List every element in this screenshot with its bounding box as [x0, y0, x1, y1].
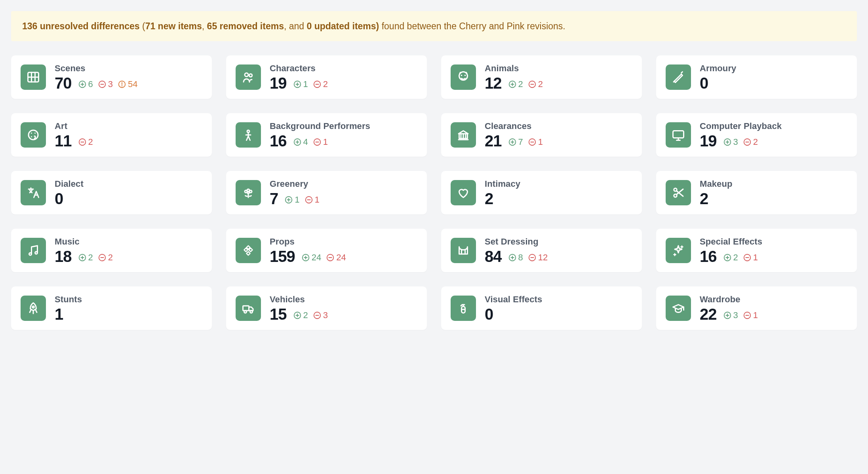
removed-count: 3: [313, 310, 328, 320]
category-title: Stunts: [55, 294, 202, 305]
category-count: 15: [270, 306, 287, 322]
category-card-art[interactable]: Art112: [11, 113, 212, 157]
truck-icon: [236, 296, 261, 321]
category-count: 21: [485, 133, 502, 149]
svg-point-7: [122, 86, 122, 86]
removed-count: 1: [743, 252, 758, 263]
category-title: Wardrobe: [700, 294, 847, 305]
music-icon: [21, 238, 46, 263]
category-title: Scenes: [55, 63, 202, 74]
category-title: Background Performers: [270, 121, 417, 131]
removed-count: 3: [98, 79, 113, 89]
removed-count: 1: [743, 310, 758, 320]
category-count: 12: [485, 75, 502, 91]
category-title: Set Dressing: [485, 237, 632, 247]
added-count: 1: [284, 195, 299, 205]
category-card-computer[interactable]: Computer Playback1932: [656, 113, 857, 157]
category-title: Computer Playback: [700, 121, 847, 131]
removed-count: 2: [743, 137, 758, 147]
category-card-animals[interactable]: Animals1222: [441, 55, 642, 99]
monitor-icon: [666, 122, 691, 148]
diff-banner: 136 unresolved differences (71 new items…: [11, 11, 857, 41]
flower-icon: [236, 180, 261, 205]
category-card-props[interactable]: Props1592424: [226, 229, 427, 272]
category-card-scenes[interactable]: Scenes706354: [11, 55, 212, 99]
category-count: 22: [700, 306, 717, 322]
added-count: 6: [78, 79, 93, 89]
heart-icon: [451, 180, 476, 205]
category-card-sfx[interactable]: Special Effects1621: [656, 229, 857, 272]
category-count: 1: [55, 306, 63, 322]
removed-count: 12: [528, 252, 548, 263]
stage-icon: [451, 238, 476, 263]
category-count: 70: [55, 75, 72, 91]
added-count: 24: [301, 252, 321, 263]
category-count: 159: [270, 248, 295, 264]
extinguisher-icon: [451, 296, 476, 321]
category-title: Visual Effects: [485, 294, 632, 305]
category-card-stunts[interactable]: Stunts1: [11, 286, 212, 330]
added-count: 2: [508, 79, 523, 89]
added-count: 2: [78, 252, 93, 263]
grad-icon: [666, 296, 691, 321]
category-card-clearances[interactable]: Clearances2171: [441, 113, 642, 157]
category-card-dialect[interactable]: Dialect0: [11, 171, 212, 214]
added-count: 1: [293, 79, 308, 89]
banner-new: 71 new items: [145, 21, 202, 31]
category-count: 0: [55, 191, 63, 207]
category-count: 0: [700, 75, 708, 91]
removed-count: 1: [528, 137, 543, 147]
added-count: 2: [293, 310, 308, 320]
person-icon: [236, 122, 261, 148]
removed-count: 1: [305, 195, 320, 205]
removed-count: 2: [78, 137, 93, 147]
category-count: 84: [485, 248, 502, 264]
banner-updated: 0 updated items: [306, 21, 376, 31]
category-count: 11: [55, 133, 72, 149]
category-title: Animals: [485, 63, 632, 74]
category-card-vehicles[interactable]: Vehicles1523: [226, 286, 427, 330]
added-count: 2: [723, 252, 738, 263]
rocket-icon: [21, 296, 46, 321]
sparkle-icon: [666, 238, 691, 263]
removed-count: 1: [313, 137, 328, 147]
category-card-set-dress[interactable]: Set Dressing84812: [441, 229, 642, 272]
category-title: Dialect: [55, 179, 202, 189]
warning-count: 54: [118, 79, 137, 89]
category-card-armoury[interactable]: Armoury0: [656, 55, 857, 99]
category-card-greenery[interactable]: Greenery711: [226, 171, 427, 214]
banner-suffix: found between the Cherry and Pink revisi…: [382, 21, 565, 31]
category-card-intimacy[interactable]: Intimacy2: [441, 171, 642, 214]
category-card-vfx[interactable]: Visual Effects0: [441, 286, 642, 330]
category-count: 16: [700, 248, 717, 264]
translate-icon: [21, 180, 46, 205]
category-title: Armoury: [700, 63, 847, 74]
removed-count: 2: [528, 79, 543, 89]
category-count: 7: [270, 191, 278, 207]
category-grid: Scenes706354Characters1912Animals1222Arm…: [11, 55, 857, 330]
category-title: Special Effects: [700, 237, 847, 247]
category-title: Makeup: [700, 179, 847, 189]
film-icon: [21, 64, 46, 90]
scissors-icon: [666, 180, 691, 205]
category-title: Props: [270, 237, 417, 247]
category-count: 0: [485, 306, 493, 322]
added-count: 7: [508, 137, 523, 147]
category-card-makeup[interactable]: Makeup2: [656, 171, 857, 214]
category-title: Vehicles: [270, 294, 417, 305]
category-title: Intimacy: [485, 179, 632, 189]
category-count: 19: [270, 75, 287, 91]
paw-icon: [451, 64, 476, 90]
category-count: 19: [700, 133, 717, 149]
category-count: 2: [700, 191, 708, 207]
sword-icon: [666, 64, 691, 90]
added-count: 3: [723, 137, 738, 147]
category-card-music[interactable]: Music1822: [11, 229, 212, 272]
category-title: Clearances: [485, 121, 632, 131]
category-card-bg-perf[interactable]: Background Performers1641: [226, 113, 427, 157]
added-count: 3: [723, 310, 738, 320]
category-count: 18: [55, 248, 72, 264]
category-count: 16: [270, 133, 287, 149]
category-card-wardrobe[interactable]: Wardrobe2231: [656, 286, 857, 330]
category-card-characters[interactable]: Characters1912: [226, 55, 427, 99]
